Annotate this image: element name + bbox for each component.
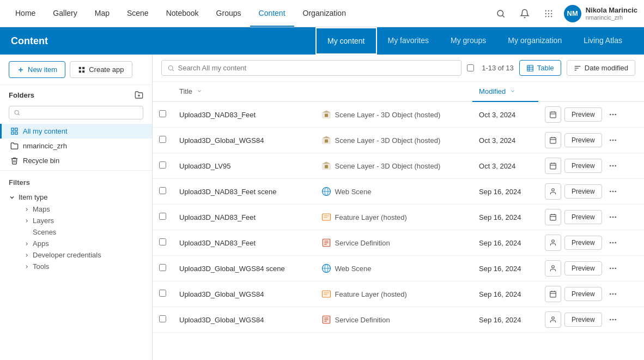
row-actions: Preview — [538, 281, 644, 307]
filter-apps[interactable]: Apps — [9, 238, 143, 249]
nav-tab-notebook[interactable]: Notebook — [157, 0, 208, 27]
preview-button[interactable]: Preview — [564, 261, 602, 275]
more-options-button[interactable] — [605, 286, 621, 302]
action-icon-button[interactable] — [545, 106, 561, 123]
action-icon-button[interactable] — [545, 132, 561, 148]
more-options-button[interactable] — [605, 209, 621, 225]
sidebar-item-all-my-content[interactable]: All my content — [0, 124, 152, 139]
filter-layers[interactable]: Layers — [9, 215, 143, 226]
type-icon — [321, 186, 332, 197]
folder-icon — [10, 142, 19, 150]
action-icon-button[interactable] — [545, 235, 561, 251]
tab-my-groups[interactable]: My groups — [440, 27, 497, 55]
search-icon-button[interactable] — [492, 5, 509, 22]
filter-dev-credentials[interactable]: Developer credentials — [9, 249, 143, 261]
nmarincic-label: nmarincic_zrh — [23, 142, 67, 150]
more-options-button[interactable] — [605, 107, 621, 122]
row-checkbox[interactable] — [159, 136, 166, 143]
more-options-button[interactable] — [605, 133, 621, 148]
filter-scenes[interactable]: Scenes — [9, 226, 143, 238]
tab-living-atlas[interactable]: Living Atlas — [573, 27, 633, 55]
content-search-input[interactable] — [178, 64, 455, 72]
filters-title: Filters — [9, 178, 143, 187]
preview-button[interactable]: Preview — [564, 184, 602, 199]
row-checkbox[interactable] — [159, 264, 166, 271]
new-folder-icon[interactable] — [135, 91, 143, 99]
action-icon-button[interactable] — [545, 183, 561, 200]
svg-point-78 — [610, 217, 611, 218]
preview-button[interactable]: Preview — [564, 236, 602, 250]
search-small-icon — [14, 109, 20, 116]
preview-button[interactable]: Preview — [564, 210, 602, 224]
svg-rect-36 — [325, 114, 328, 117]
modified-date: Sep 16, 2024 — [479, 265, 521, 273]
new-item-button[interactable]: New item — [9, 61, 65, 78]
nav-tab-gallery[interactable]: Gallery — [44, 0, 86, 27]
action-icon-button[interactable] — [545, 209, 561, 225]
svg-point-68 — [610, 191, 611, 193]
row-checkbox[interactable] — [159, 238, 166, 245]
bell-icon-button[interactable] — [516, 5, 533, 22]
tab-my-favorites[interactable]: My favorites — [377, 27, 440, 55]
folders-section: Folders — [0, 85, 152, 101]
row-checkbox[interactable] — [159, 290, 166, 297]
nav-tab-scene[interactable]: Scene — [118, 0, 157, 27]
table-view-button[interactable]: Table — [519, 60, 561, 76]
row-checkbox[interactable] — [159, 187, 166, 194]
sidebar: New item Create app Folders All my conte… — [0, 55, 153, 360]
preview-button[interactable]: Preview — [564, 287, 602, 301]
nav-tab-groups[interactable]: Groups — [208, 0, 250, 27]
filter-item-type-header[interactable]: Item type — [9, 191, 143, 203]
sidebar-item-recycle-bin[interactable]: Recycle bin — [0, 153, 152, 168]
nav-tab-map[interactable]: Map — [86, 0, 118, 27]
folder-search[interactable] — [9, 106, 143, 119]
more-options-button[interactable] — [605, 261, 621, 276]
row-checkbox[interactable] — [159, 161, 166, 169]
action-icon-button[interactable] — [545, 286, 561, 302]
modified-date: Sep 16, 2024 — [479, 290, 521, 298]
row-checkbox[interactable] — [159, 110, 166, 117]
action-icon-button[interactable] — [545, 260, 561, 277]
action-icon-button[interactable] — [545, 158, 561, 174]
row-actions: Preview — [538, 153, 644, 179]
more-options-button[interactable] — [605, 158, 621, 173]
svg-point-2 — [545, 10, 546, 11]
create-app-button[interactable]: Create app — [70, 61, 132, 78]
all-my-content-label: All my content — [23, 127, 68, 135]
user-profile[interactable]: NM Nikola Marincic nmarincic_zrh — [564, 5, 637, 22]
select-all-checkbox[interactable] — [467, 64, 474, 71]
preview-button[interactable]: Preview — [564, 107, 602, 122]
filter-maps[interactable]: Maps — [9, 203, 143, 215]
date-modified-button[interactable]: Date modified — [567, 60, 635, 76]
content-search-box[interactable] — [161, 60, 461, 76]
filter-tools[interactable]: Tools — [9, 261, 143, 272]
th-title[interactable]: Title — [173, 82, 314, 101]
preview-button[interactable]: Preview — [564, 133, 602, 147]
nav-tab-organization[interactable]: Organization — [294, 0, 355, 27]
sidebar-item-nmarincic[interactable]: nmarincic_zrh — [0, 139, 152, 153]
svg-point-0 — [497, 10, 503, 16]
folder-search-input[interactable] — [20, 109, 138, 117]
svg-point-87 — [612, 242, 613, 244]
action-icon-button[interactable] — [545, 311, 561, 328]
nav-tab-home[interactable]: Home — [7, 0, 44, 27]
row-actions: Preview — [538, 205, 644, 230]
preview-button[interactable]: Preview — [564, 313, 602, 327]
row-checkbox[interactable] — [159, 315, 166, 322]
row-checkbox-cell — [153, 256, 173, 281]
svg-point-5 — [545, 13, 546, 14]
more-options-button[interactable] — [605, 184, 621, 199]
preview-button[interactable]: Preview — [564, 159, 602, 173]
th-modified[interactable]: Modified — [472, 82, 538, 101]
tab-my-organization[interactable]: My organization — [497, 27, 573, 55]
trash-icon — [10, 157, 19, 165]
row-checkbox[interactable] — [159, 213, 166, 220]
row-checkbox-cell — [153, 128, 173, 153]
more-options-button[interactable] — [605, 312, 621, 327]
grid-icon-button[interactable] — [540, 5, 557, 22]
tab-my-content[interactable]: My content — [315, 27, 376, 55]
more-options-button[interactable] — [605, 235, 621, 250]
svg-point-51 — [610, 140, 611, 141]
svg-rect-27 — [527, 65, 533, 71]
nav-tab-content[interactable]: Content — [250, 0, 294, 27]
